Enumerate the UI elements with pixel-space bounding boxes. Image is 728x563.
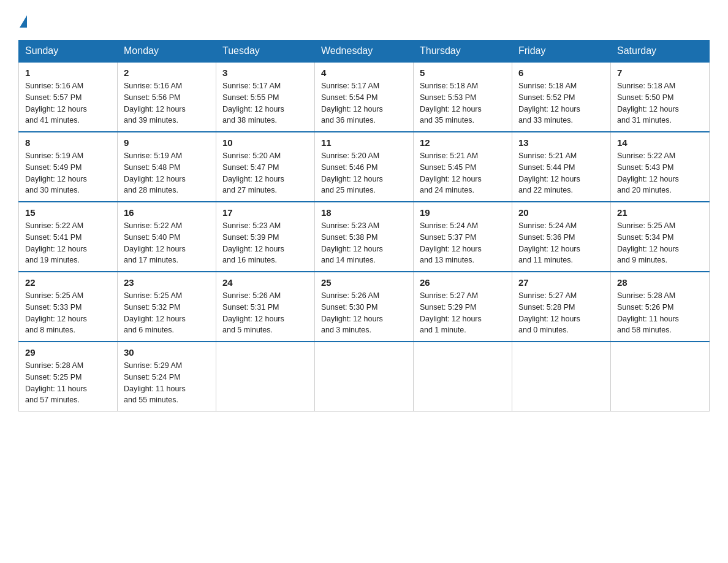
page-header: [18, 12, 710, 28]
day-of-week-header: Tuesday: [216, 40, 315, 63]
calendar-day-cell: 2Sunrise: 5:16 AMSunset: 5:56 PMDaylight…: [118, 62, 216, 132]
day-number: 8: [25, 137, 111, 148]
day-info: Sunrise: 5:19 AMSunset: 5:48 PMDaylight:…: [124, 150, 210, 196]
calendar-day-cell: 10Sunrise: 5:20 AMSunset: 5:47 PMDayligh…: [216, 132, 315, 202]
day-number: 4: [321, 67, 407, 78]
calendar-day-cell: [414, 342, 512, 412]
day-number: 16: [124, 207, 210, 218]
day-info: Sunrise: 5:22 AMSunset: 5:40 PMDaylight:…: [124, 220, 210, 266]
day-number: 17: [222, 207, 308, 218]
day-info: Sunrise: 5:20 AMSunset: 5:47 PMDaylight:…: [222, 150, 308, 196]
calendar-day-cell: 18Sunrise: 5:23 AMSunset: 5:38 PMDayligh…: [315, 202, 414, 272]
day-number: 2: [124, 67, 210, 78]
day-number: 10: [222, 137, 308, 148]
day-number: 19: [420, 207, 506, 218]
calendar-day-cell: 11Sunrise: 5:20 AMSunset: 5:46 PMDayligh…: [315, 132, 414, 202]
calendar-day-cell: 1Sunrise: 5:16 AMSunset: 5:57 PMDaylight…: [19, 62, 118, 132]
calendar-day-cell: 6Sunrise: 5:18 AMSunset: 5:52 PMDaylight…: [512, 62, 611, 132]
day-number: 13: [518, 137, 604, 148]
calendar-day-cell: 4Sunrise: 5:17 AMSunset: 5:54 PMDaylight…: [315, 62, 414, 132]
calendar-day-cell: 3Sunrise: 5:17 AMSunset: 5:55 PMDaylight…: [216, 62, 315, 132]
day-number: 22: [25, 277, 111, 288]
calendar-day-cell: 26Sunrise: 5:27 AMSunset: 5:29 PMDayligh…: [414, 272, 512, 342]
calendar-week-row: 8Sunrise: 5:19 AMSunset: 5:49 PMDaylight…: [19, 132, 710, 202]
calendar-week-row: 29Sunrise: 5:28 AMSunset: 5:25 PMDayligh…: [19, 342, 710, 412]
day-info: Sunrise: 5:24 AMSunset: 5:36 PMDaylight:…: [518, 220, 604, 266]
calendar-day-cell: [216, 342, 315, 412]
calendar-day-cell: 30Sunrise: 5:29 AMSunset: 5:24 PMDayligh…: [118, 342, 216, 412]
day-of-week-header: Saturday: [611, 40, 710, 63]
day-info: Sunrise: 5:20 AMSunset: 5:46 PMDaylight:…: [321, 150, 407, 196]
calendar-day-cell: 5Sunrise: 5:18 AMSunset: 5:53 PMDaylight…: [414, 62, 512, 132]
day-info: Sunrise: 5:28 AMSunset: 5:26 PMDaylight:…: [617, 290, 703, 336]
day-number: 5: [420, 67, 506, 78]
calendar-day-cell: 25Sunrise: 5:26 AMSunset: 5:30 PMDayligh…: [315, 272, 414, 342]
day-of-week-header: Thursday: [414, 40, 512, 63]
calendar-day-cell: 14Sunrise: 5:22 AMSunset: 5:43 PMDayligh…: [611, 132, 710, 202]
day-info: Sunrise: 5:18 AMSunset: 5:53 PMDaylight:…: [420, 80, 506, 126]
calendar-day-cell: 12Sunrise: 5:21 AMSunset: 5:45 PMDayligh…: [414, 132, 512, 202]
day-info: Sunrise: 5:17 AMSunset: 5:54 PMDaylight:…: [321, 80, 407, 126]
day-info: Sunrise: 5:26 AMSunset: 5:31 PMDaylight:…: [222, 290, 308, 336]
day-info: Sunrise: 5:27 AMSunset: 5:28 PMDaylight:…: [518, 290, 604, 336]
day-info: Sunrise: 5:28 AMSunset: 5:25 PMDaylight:…: [25, 360, 111, 406]
day-number: 11: [321, 137, 407, 148]
day-number: 23: [124, 277, 210, 288]
day-number: 29: [25, 347, 111, 358]
day-number: 26: [420, 277, 506, 288]
calendar-day-cell: 21Sunrise: 5:25 AMSunset: 5:34 PMDayligh…: [611, 202, 710, 272]
day-of-week-header: Sunday: [19, 40, 118, 63]
calendar-header-row: SundayMondayTuesdayWednesdayThursdayFrid…: [19, 40, 710, 63]
calendar-week-row: 15Sunrise: 5:22 AMSunset: 5:41 PMDayligh…: [19, 202, 710, 272]
calendar-day-cell: 28Sunrise: 5:28 AMSunset: 5:26 PMDayligh…: [611, 272, 710, 342]
day-number: 15: [25, 207, 111, 218]
calendar-week-row: 22Sunrise: 5:25 AMSunset: 5:33 PMDayligh…: [19, 272, 710, 342]
day-info: Sunrise: 5:25 AMSunset: 5:32 PMDaylight:…: [124, 290, 210, 336]
day-info: Sunrise: 5:25 AMSunset: 5:33 PMDaylight:…: [25, 290, 111, 336]
day-info: Sunrise: 5:25 AMSunset: 5:34 PMDaylight:…: [617, 220, 703, 266]
day-info: Sunrise: 5:26 AMSunset: 5:30 PMDaylight:…: [321, 290, 407, 336]
day-info: Sunrise: 5:22 AMSunset: 5:43 PMDaylight:…: [617, 150, 703, 196]
calendar-day-cell: [512, 342, 611, 412]
day-number: 20: [518, 207, 604, 218]
logo-triangle-icon: [20, 15, 27, 28]
day-number: 28: [617, 277, 703, 288]
calendar-day-cell: 29Sunrise: 5:28 AMSunset: 5:25 PMDayligh…: [19, 342, 118, 412]
day-info: Sunrise: 5:27 AMSunset: 5:29 PMDaylight:…: [420, 290, 506, 336]
calendar-day-cell: 22Sunrise: 5:25 AMSunset: 5:33 PMDayligh…: [19, 272, 118, 342]
day-number: 7: [617, 67, 703, 78]
calendar-day-cell: 19Sunrise: 5:24 AMSunset: 5:37 PMDayligh…: [414, 202, 512, 272]
day-info: Sunrise: 5:19 AMSunset: 5:49 PMDaylight:…: [25, 150, 111, 196]
day-number: 3: [222, 67, 308, 78]
day-info: Sunrise: 5:21 AMSunset: 5:45 PMDaylight:…: [420, 150, 506, 196]
calendar-day-cell: 8Sunrise: 5:19 AMSunset: 5:49 PMDaylight…: [19, 132, 118, 202]
day-number: 18: [321, 207, 407, 218]
day-of-week-header: Friday: [512, 40, 611, 63]
day-info: Sunrise: 5:17 AMSunset: 5:55 PMDaylight:…: [222, 80, 308, 126]
calendar-day-cell: 27Sunrise: 5:27 AMSunset: 5:28 PMDayligh…: [512, 272, 611, 342]
day-number: 27: [518, 277, 604, 288]
day-of-week-header: Wednesday: [315, 40, 414, 63]
day-info: Sunrise: 5:16 AMSunset: 5:57 PMDaylight:…: [25, 80, 111, 126]
day-info: Sunrise: 5:23 AMSunset: 5:38 PMDaylight:…: [321, 220, 407, 266]
day-number: 12: [420, 137, 506, 148]
day-number: 30: [124, 347, 210, 358]
day-number: 24: [222, 277, 308, 288]
calendar-day-cell: 20Sunrise: 5:24 AMSunset: 5:36 PMDayligh…: [512, 202, 611, 272]
day-number: 1: [25, 67, 111, 78]
calendar-day-cell: [315, 342, 414, 412]
day-of-week-header: Monday: [118, 40, 216, 63]
calendar-day-cell: 23Sunrise: 5:25 AMSunset: 5:32 PMDayligh…: [118, 272, 216, 342]
calendar-table: SundayMondayTuesdayWednesdayThursdayFrid…: [18, 40, 710, 412]
calendar-day-cell: 16Sunrise: 5:22 AMSunset: 5:40 PMDayligh…: [118, 202, 216, 272]
logo: [18, 12, 28, 28]
day-info: Sunrise: 5:23 AMSunset: 5:39 PMDaylight:…: [222, 220, 308, 266]
day-info: Sunrise: 5:21 AMSunset: 5:44 PMDaylight:…: [518, 150, 604, 196]
day-info: Sunrise: 5:16 AMSunset: 5:56 PMDaylight:…: [124, 80, 210, 126]
calendar-day-cell: 17Sunrise: 5:23 AMSunset: 5:39 PMDayligh…: [216, 202, 315, 272]
day-info: Sunrise: 5:24 AMSunset: 5:37 PMDaylight:…: [420, 220, 506, 266]
day-number: 9: [124, 137, 210, 148]
day-info: Sunrise: 5:29 AMSunset: 5:24 PMDaylight:…: [124, 360, 210, 406]
day-info: Sunrise: 5:18 AMSunset: 5:50 PMDaylight:…: [617, 80, 703, 126]
day-info: Sunrise: 5:18 AMSunset: 5:52 PMDaylight:…: [518, 80, 604, 126]
